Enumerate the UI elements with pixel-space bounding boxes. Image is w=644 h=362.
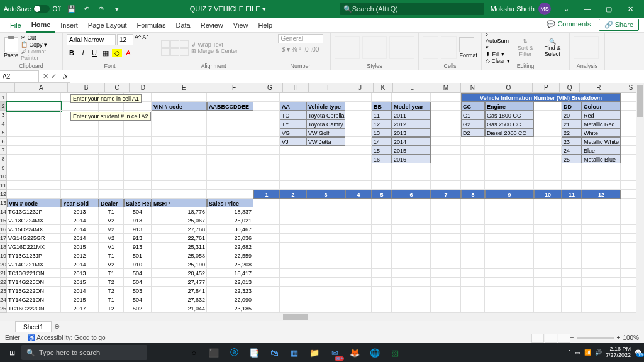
- cell[interactable]: [562, 269, 582, 278]
- cell[interactable]: Engine: [485, 102, 534, 111]
- cell[interactable]: [61, 102, 99, 111]
- cell[interactable]: VW Jetta: [306, 137, 345, 146]
- cell[interactable]: [485, 295, 534, 304]
- cell[interactable]: [431, 199, 461, 207]
- cell[interactable]: [207, 163, 253, 172]
- cell[interactable]: Toyota Corolla: [306, 111, 345, 119]
- cell[interactable]: [431, 128, 461, 137]
- cell[interactable]: Dealer: [99, 199, 124, 207]
- cell[interactable]: 23,185: [207, 304, 253, 313]
- cell[interactable]: Year Sold: [61, 199, 99, 207]
- cell[interactable]: 5: [372, 190, 392, 199]
- row-header-9[interactable]: 9: [0, 163, 6, 172]
- cell[interactable]: [280, 278, 306, 287]
- cell[interactable]: Gas 1800 CC: [485, 111, 534, 119]
- col-header-D[interactable]: D: [130, 83, 157, 92]
- cell[interactable]: DD: [562, 102, 582, 111]
- format-cells[interactable]: Format: [459, 37, 477, 58]
- cell[interactable]: 2011: [392, 111, 431, 119]
- col-header-C[interactable]: C: [105, 83, 130, 92]
- cell[interactable]: [582, 225, 621, 234]
- formula-bar[interactable]: [70, 70, 644, 83]
- cell[interactable]: VJ: [280, 137, 306, 146]
- cell[interactable]: [582, 287, 621, 295]
- cell[interactable]: [485, 155, 534, 163]
- row-header-14[interactable]: 14: [0, 207, 6, 216]
- cell[interactable]: [61, 119, 99, 128]
- cell[interactable]: [207, 181, 253, 190]
- cell[interactable]: 6: [392, 190, 431, 199]
- cell[interactable]: [534, 163, 562, 172]
- menu-home[interactable]: Home: [26, 18, 56, 33]
- cell[interactable]: 2017: [61, 304, 99, 313]
- cell[interactable]: [280, 304, 306, 313]
- cell[interactable]: [253, 111, 280, 119]
- cell[interactable]: [306, 260, 345, 269]
- cell[interactable]: [562, 225, 582, 234]
- cell[interactable]: [582, 260, 621, 269]
- office-icon[interactable]: 📑: [245, 343, 264, 362]
- col-header-M[interactable]: M: [431, 83, 461, 92]
- cell[interactable]: [306, 234, 345, 243]
- cell[interactable]: [61, 181, 99, 190]
- row-header-19[interactable]: 19: [0, 251, 6, 260]
- cell[interactable]: [280, 216, 306, 225]
- cell[interactable]: [582, 278, 621, 287]
- zoom-level[interactable]: 100%: [623, 334, 639, 341]
- cell[interactable]: [372, 251, 392, 260]
- cell[interactable]: [431, 137, 461, 146]
- cell-styles[interactable]: [389, 36, 414, 59]
- cell[interactable]: 504: [124, 269, 152, 278]
- cell[interactable]: [392, 251, 431, 260]
- cell[interactable]: VW Golf: [306, 128, 345, 137]
- cell[interactable]: [461, 269, 485, 278]
- accept-formula-icon[interactable]: ✓: [51, 72, 57, 80]
- cell[interactable]: [124, 102, 152, 111]
- cell[interactable]: 25: [562, 155, 582, 163]
- cell[interactable]: [485, 251, 534, 260]
- wrap-text-button[interactable]: ↲ Wrap Text: [191, 41, 238, 48]
- col-header-F[interactable]: F: [211, 83, 257, 92]
- analyze-data[interactable]: [574, 36, 599, 59]
- cell[interactable]: [372, 172, 392, 181]
- cell[interactable]: [461, 234, 485, 243]
- cell[interactable]: [253, 155, 280, 163]
- cell[interactable]: [431, 243, 461, 251]
- cell[interactable]: [306, 269, 345, 278]
- cell[interactable]: 25,190: [152, 260, 207, 269]
- name-box[interactable]: A2: [0, 70, 39, 83]
- chrome-icon[interactable]: 🌐: [365, 343, 384, 362]
- mail-icon[interactable]: ✉99+: [325, 343, 344, 362]
- cell[interactable]: [461, 304, 485, 313]
- cell[interactable]: [534, 260, 562, 269]
- cell[interactable]: T1: [99, 251, 124, 260]
- cell[interactable]: Metallic Blue: [582, 155, 621, 163]
- cell[interactable]: [461, 155, 485, 163]
- bold-button[interactable]: B: [67, 49, 77, 57]
- cell[interactable]: V2: [99, 234, 124, 243]
- cell[interactable]: [306, 199, 345, 207]
- cell[interactable]: [7, 102, 61, 111]
- sort-filter[interactable]: ⇅Sort & Filter: [514, 38, 537, 57]
- cell[interactable]: [152, 172, 207, 181]
- cell[interactable]: [7, 137, 61, 146]
- menu-formulas[interactable]: Formulas: [132, 18, 171, 33]
- cell[interactable]: [253, 287, 280, 295]
- cell[interactable]: MSRP: [152, 199, 207, 207]
- cell[interactable]: 2013: [61, 207, 99, 216]
- menu-help[interactable]: Help: [253, 18, 277, 33]
- cancel-formula-icon[interactable]: ✕: [43, 72, 48, 80]
- cell[interactable]: 502: [124, 304, 152, 313]
- cell[interactable]: [280, 181, 306, 190]
- cell[interactable]: [372, 287, 392, 295]
- cell[interactable]: [461, 295, 485, 304]
- cell[interactable]: 501: [124, 251, 152, 260]
- cell[interactable]: [207, 111, 253, 119]
- cut-button[interactable]: ✂ Cut: [21, 35, 58, 41]
- cell[interactable]: 2014: [392, 137, 431, 146]
- cell[interactable]: 27,768: [152, 225, 207, 234]
- cell[interactable]: [61, 146, 99, 155]
- cell[interactable]: [99, 172, 124, 181]
- cell[interactable]: [99, 146, 124, 155]
- cell[interactable]: [306, 287, 345, 295]
